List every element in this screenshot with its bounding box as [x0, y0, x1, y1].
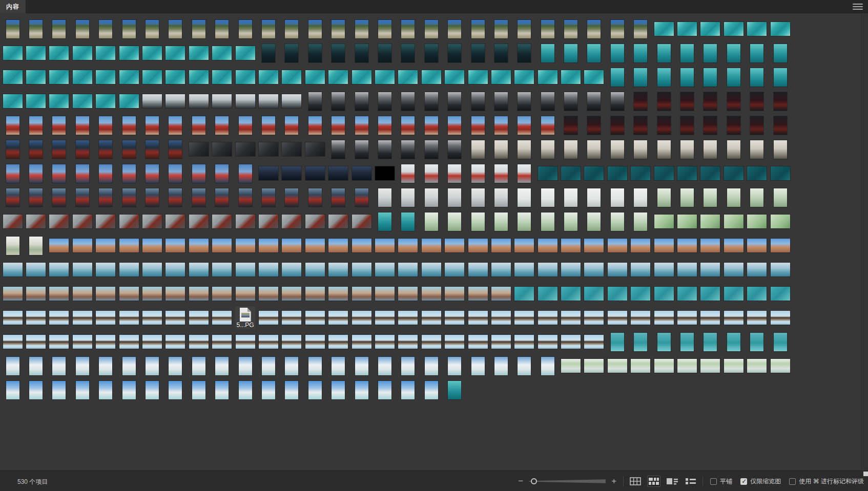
- photo-thumbnail[interactable]: [727, 68, 740, 87]
- photo-thumbnail[interactable]: [52, 116, 66, 135]
- photo-thumbnail[interactable]: [634, 92, 647, 111]
- photo-thumbnail[interactable]: [189, 215, 209, 228]
- photo-thumbnail[interactable]: [518, 188, 531, 207]
- photo-thumbnail[interactable]: [541, 92, 554, 111]
- photo-thumbnail[interactable]: [378, 92, 391, 111]
- photo-thumbnail[interactable]: [189, 263, 209, 276]
- photo-thumbnail[interactable]: [704, 116, 717, 135]
- photo-thumbnail[interactable]: [119, 46, 139, 60]
- photo-thumbnail[interactable]: [634, 44, 647, 62]
- photo-thumbnail[interactable]: [514, 70, 534, 84]
- photo-thumbnail[interactable]: [518, 116, 531, 135]
- photo-thumbnail[interactable]: [122, 188, 136, 207]
- photo-thumbnail[interactable]: [491, 70, 511, 84]
- photo-thumbnail[interactable]: [561, 287, 581, 301]
- photo-thumbnail[interactable]: [3, 70, 23, 84]
- photo-thumbnail[interactable]: [122, 20, 136, 38]
- photo-thumbnail[interactable]: [700, 287, 720, 301]
- photo-thumbnail[interactable]: [239, 357, 252, 375]
- photo-thumbnail[interactable]: [584, 359, 604, 373]
- photo-thumbnail[interactable]: [468, 311, 488, 325]
- photo-thumbnail[interactable]: [378, 188, 391, 207]
- photo-thumbnail[interactable]: [328, 311, 348, 325]
- photo-thumbnail[interactable]: [328, 287, 348, 301]
- photo-thumbnail[interactable]: [448, 140, 461, 159]
- photo-thumbnail[interactable]: [29, 381, 43, 399]
- photo-thumbnail[interactable]: [332, 140, 345, 159]
- photo-thumbnail[interactable]: [49, 215, 69, 228]
- photo-thumbnail[interactable]: [146, 188, 159, 207]
- photo-thumbnail[interactable]: [212, 287, 232, 301]
- photo-thumbnail[interactable]: [584, 263, 604, 276]
- photo-thumbnail[interactable]: [262, 357, 275, 375]
- photo-thumbnail[interactable]: [236, 239, 255, 252]
- photo-thumbnail[interactable]: [750, 68, 763, 87]
- photo-thumbnail[interactable]: [192, 116, 205, 135]
- photo-thumbnail[interactable]: [212, 335, 232, 349]
- photo-thumbnail[interactable]: [471, 140, 485, 159]
- photo-thumbnail[interactable]: [305, 215, 325, 228]
- photo-thumbnail[interactable]: [352, 311, 371, 325]
- photo-thumbnail[interactable]: [285, 44, 298, 62]
- photo-thumbnail[interactable]: [677, 166, 697, 180]
- photo-thumbnail[interactable]: [328, 166, 348, 180]
- photo-thumbnail[interactable]: [561, 311, 581, 325]
- photo-thumbnail[interactable]: [189, 311, 209, 325]
- photo-thumbnail[interactable]: [212, 215, 232, 228]
- photo-thumbnail[interactable]: [73, 94, 92, 108]
- photo-thumbnail[interactable]: [654, 263, 674, 276]
- photo-thumbnail[interactable]: [724, 22, 743, 36]
- photo-thumbnail[interactable]: [677, 359, 697, 373]
- photo-thumbnail[interactable]: [680, 116, 694, 135]
- thumbnail-size-slider[interactable]: [529, 477, 606, 485]
- thumbnail-view-button[interactable]: [647, 476, 660, 487]
- photo-thumbnail[interactable]: [448, 212, 461, 231]
- checkbox-tile-box[interactable]: [710, 478, 717, 485]
- photo-thumbnail[interactable]: [99, 164, 112, 183]
- photo-thumbnail[interactable]: [282, 263, 301, 276]
- photo-thumbnail[interactable]: [425, 20, 438, 38]
- photo-thumbnail[interactable]: [26, 70, 46, 84]
- photo-thumbnail[interactable]: [494, 357, 508, 375]
- photo-thumbnail[interactable]: [774, 116, 787, 135]
- photo-thumbnail[interactable]: [425, 357, 438, 375]
- photo-thumbnail[interactable]: [471, 212, 485, 231]
- photo-thumbnail[interactable]: [611, 44, 624, 62]
- photo-thumbnail[interactable]: [700, 359, 720, 373]
- photo-thumbnail[interactable]: [259, 70, 278, 84]
- photo-thumbnail[interactable]: [239, 116, 252, 135]
- photo-thumbnail[interactable]: [212, 70, 232, 84]
- photo-thumbnail[interactable]: [538, 263, 557, 276]
- photo-thumbnail[interactable]: [471, 44, 485, 62]
- photo-thumbnail[interactable]: [355, 357, 368, 375]
- photo-thumbnail[interactable]: [608, 311, 627, 325]
- photo-thumbnail[interactable]: [3, 311, 23, 325]
- photo-thumbnail[interactable]: [608, 239, 627, 252]
- photo-thumbnail[interactable]: [49, 70, 69, 84]
- photo-thumbnail[interactable]: [192, 381, 205, 399]
- photo-thumbnail[interactable]: [146, 140, 159, 159]
- photo-thumbnail[interactable]: [352, 239, 371, 252]
- photo-thumbnail[interactable]: [73, 311, 92, 325]
- photo-thumbnail[interactable]: [189, 287, 209, 301]
- photo-thumbnail[interactable]: [538, 335, 557, 349]
- photo-thumbnail[interactable]: [375, 70, 395, 84]
- photo-thumbnail[interactable]: [471, 116, 485, 135]
- photo-thumbnail[interactable]: [700, 166, 720, 180]
- photo-thumbnail[interactable]: [119, 94, 139, 108]
- photo-thumbnail[interactable]: [308, 92, 322, 111]
- photo-thumbnail[interactable]: [96, 263, 115, 276]
- photo-thumbnail[interactable]: [750, 188, 763, 207]
- photo-thumbnail[interactable]: [142, 239, 162, 252]
- photo-thumbnail[interactable]: [587, 20, 601, 38]
- photo-thumbnail[interactable]: [750, 44, 763, 62]
- photo-thumbnail[interactable]: [99, 20, 112, 38]
- photo-thumbnail[interactable]: [236, 94, 255, 108]
- photo-thumbnail[interactable]: [608, 359, 627, 373]
- photo-thumbnail[interactable]: [73, 70, 92, 84]
- photo-thumbnail[interactable]: [750, 333, 763, 351]
- photo-thumbnail[interactable]: [122, 164, 136, 183]
- photo-thumbnail[interactable]: [541, 116, 554, 135]
- photo-thumbnail[interactable]: [491, 263, 511, 276]
- photo-thumbnail[interactable]: [491, 239, 511, 252]
